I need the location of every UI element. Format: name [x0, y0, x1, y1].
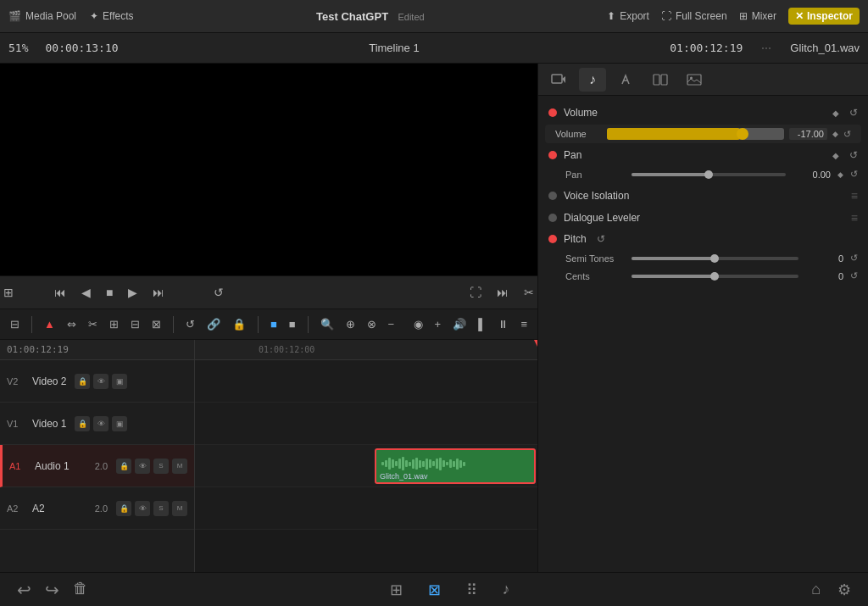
audio-clip[interactable]: Glitch_01.wav: [375, 448, 536, 484]
razor-tool[interactable]: ✂: [85, 316, 101, 332]
pan-reset-icon[interactable]: ↺: [849, 149, 858, 161]
semitones-value[interactable]: 0: [805, 253, 843, 264]
volume-slider-track[interactable]: [607, 128, 784, 140]
audio-level-icon[interactable]: +: [431, 316, 445, 332]
voice-isolation-dot[interactable]: [548, 192, 557, 200]
export-button[interactable]: ⬆ Export: [607, 10, 649, 22]
volume-active-dot[interactable]: [548, 108, 557, 117]
voice-isolation-menu[interactable]: ≡: [851, 189, 858, 203]
delete-button[interactable]: 🗑: [73, 580, 88, 600]
menu-icon[interactable]: ≡: [517, 316, 531, 332]
media-pool-button[interactable]: 🎬 Media Pool: [8, 10, 76, 22]
step-forward-icon[interactable]: ⏭: [149, 284, 168, 301]
audio-icon[interactable]: ◉: [410, 316, 426, 332]
skip-to-end-icon[interactable]: ⏭: [493, 284, 512, 301]
toolbar-layout-icon[interactable]: ⊟: [7, 316, 23, 332]
track-solo-a2[interactable]: S: [153, 501, 169, 516]
cents-reset[interactable]: ↺: [850, 270, 858, 281]
semitones-slider-thumb[interactable]: [710, 254, 719, 263]
volume-slider-thumb[interactable]: [737, 128, 748, 140]
track-eye-v1[interactable]: 👁: [93, 416, 108, 431]
fullscreen-button[interactable]: ⛶ Full Screen: [661, 10, 727, 22]
audio-view-button[interactable]: ♪: [503, 581, 510, 599]
track-eye-a1[interactable]: 👁: [135, 459, 150, 474]
fullscreen-small-icon[interactable]: ⛶: [466, 284, 485, 301]
layout-icon[interactable]: ⊞: [0, 284, 17, 301]
volume-reset-sm[interactable]: ↺: [843, 129, 851, 140]
cents-slider-thumb[interactable]: [710, 272, 719, 281]
volume-reset-icon[interactable]: ↺: [849, 107, 858, 119]
track-clip-v2[interactable]: ▣: [112, 374, 127, 389]
track-lock-a2[interactable]: 🔒: [116, 501, 131, 516]
zoom-icon[interactable]: ⊗: [364, 316, 380, 332]
cents-slider-track[interactable]: [632, 275, 798, 278]
pan-slider-thumb[interactable]: [704, 170, 713, 179]
inspector-tab-audio[interactable]: ♪: [579, 68, 606, 92]
track-clip-v1[interactable]: ▣: [112, 416, 127, 431]
frame-back-icon[interactable]: ◀: [78, 284, 94, 301]
pan-active-dot[interactable]: [548, 151, 557, 159]
inspector-tab-video[interactable]: [545, 68, 572, 92]
marker-icon[interactable]: ■: [286, 316, 299, 332]
select-tool[interactable]: ▲: [41, 316, 58, 332]
redo-button[interactable]: ↪: [45, 580, 59, 600]
trim-icon[interactable]: ✂: [520, 284, 537, 301]
zoom-out-icon[interactable]: 🔍: [317, 316, 337, 332]
play-button[interactable]: ▶: [125, 284, 141, 301]
volume-kf-sm[interactable]: ◆: [832, 130, 838, 138]
undo-icon[interactable]: ↺: [182, 316, 198, 332]
loop-button[interactable]: ↺: [210, 284, 227, 301]
volume-icon[interactable]: 🔊: [449, 316, 470, 332]
inspector-button[interactable]: ✕ Inspector: [788, 8, 860, 25]
slip-tool[interactable]: ⊞: [106, 316, 122, 332]
semitones-reset[interactable]: ↺: [850, 253, 858, 264]
cents-value[interactable]: 0: [805, 271, 843, 281]
inspector-tab-transition[interactable]: [647, 68, 674, 92]
pan-slider-track[interactable]: [632, 173, 786, 176]
dialogue-leveler-dot[interactable]: [548, 214, 557, 222]
marker-blue-icon[interactable]: ■: [267, 316, 281, 332]
zoom-in-icon[interactable]: ⊕: [342, 316, 359, 332]
slide-tool[interactable]: ⊟: [127, 316, 143, 332]
timecode-options-icon[interactable]: ⋯: [761, 42, 771, 54]
pitch-active-dot[interactable]: [548, 235, 557, 243]
wave-icon[interactable]: ▌: [475, 316, 489, 332]
settings-button[interactable]: ⚙: [837, 581, 851, 599]
track-lock-a1[interactable]: 🔒: [116, 459, 131, 474]
pause-icon[interactable]: ⏸: [494, 316, 512, 332]
step-back-icon[interactable]: ⏮: [51, 284, 70, 301]
track-mute-a2[interactable]: M: [172, 501, 187, 516]
track-mute-a1[interactable]: M: [172, 459, 187, 474]
link-icon[interactable]: 🔗: [203, 316, 224, 332]
dynamic-trim-tool[interactable]: ⊠: [148, 316, 164, 332]
volume-value[interactable]: -17.00: [789, 128, 827, 140]
pan-value[interactable]: 0.00: [793, 170, 831, 180]
pan-kf-sm[interactable]: ◆: [837, 170, 843, 179]
pan-reset-sm[interactable]: ↺: [850, 169, 858, 180]
ripple-tool[interactable]: ⇔: [64, 316, 80, 332]
inspector-tab-image[interactable]: [681, 68, 708, 92]
volume-keyframe-diamond[interactable]: ◆: [832, 108, 839, 118]
dialogue-leveler-menu[interactable]: ≡: [851, 211, 858, 225]
inspector-tab-fx[interactable]: [613, 68, 640, 92]
track-lock-v1[interactable]: 🔒: [75, 416, 90, 431]
undo-button[interactable]: ↩: [17, 580, 31, 600]
pan-keyframe-diamond[interactable]: ◆: [832, 151, 839, 160]
mixer-button[interactable]: ⊞ Mixer: [739, 10, 776, 22]
minus-icon[interactable]: −: [385, 316, 398, 332]
home-button[interactable]: ⌂: [811, 581, 821, 599]
track-solo-a1[interactable]: S: [153, 459, 169, 474]
grid-view-button[interactable]: ⊞: [390, 581, 403, 599]
timeline-view-button[interactable]: ⊠: [428, 581, 441, 599]
lock-icon[interactable]: 🔒: [229, 316, 249, 332]
track-eye-a2[interactable]: 👁: [135, 501, 150, 516]
stop-button[interactable]: ■: [103, 284, 116, 301]
track-eye-v2[interactable]: 👁: [93, 374, 108, 389]
svg-rect-0: [552, 75, 562, 83]
track-lock-v2[interactable]: 🔒: [75, 374, 90, 389]
pitch-reset-icon[interactable]: ↺: [597, 233, 605, 245]
effects-button[interactable]: ✦ Effects: [90, 10, 133, 22]
semitones-slider-track[interactable]: [632, 257, 798, 260]
color-grading-button[interactable]: ⠿: [466, 581, 477, 599]
waveform-bar: [388, 458, 391, 470]
